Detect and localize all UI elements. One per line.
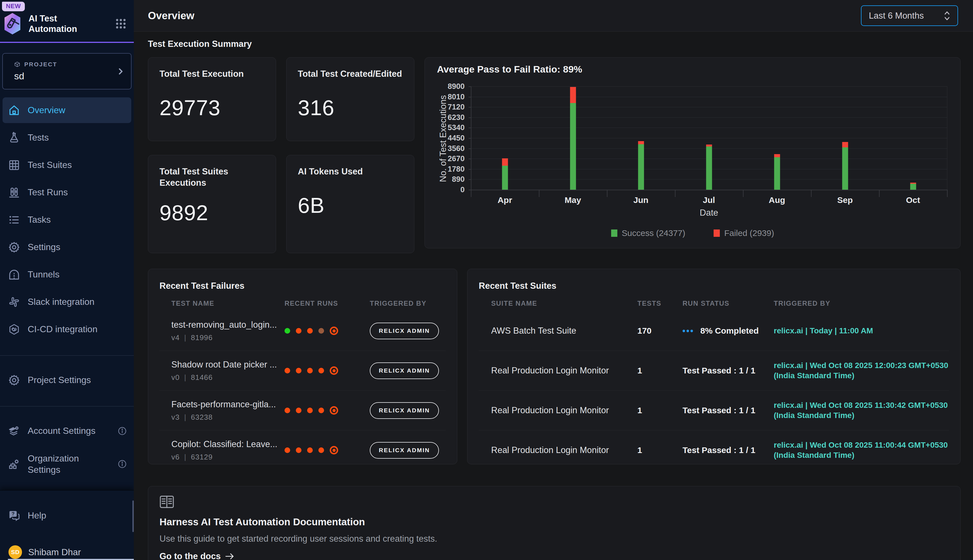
- failures-title: Recent Test Failures: [148, 269, 457, 291]
- suite-row[interactable]: AWS Batch Test Suite1708% Completedrelic…: [467, 311, 960, 350]
- run-status-ring-icon[interactable]: [330, 446, 338, 455]
- failure-row[interactable]: Shadow root Date picker ...v0|81466RELIC…: [148, 351, 457, 390]
- run-status-text: Test Passed : 1 / 1: [683, 406, 755, 415]
- grid-icon: [8, 159, 20, 171]
- column-header: TEST NAME: [172, 300, 285, 307]
- run-status-dot-brown[interactable]: [318, 328, 324, 333]
- sidebar-scrollbar-vertical[interactable]: [132, 500, 134, 532]
- recent-runs-dots: [285, 367, 370, 375]
- relicx-admin-button[interactable]: RELICX ADMIN: [370, 362, 439, 379]
- info-icon[interactable]: [117, 459, 127, 469]
- sidebar-item-help[interactable]: ? Help: [0, 502, 134, 529]
- failure-triggered-cell: RELICX ADMIN: [370, 323, 446, 339]
- new-badge: NEW: [2, 2, 25, 11]
- legend-item[interactable]: Failed (2939): [713, 228, 774, 238]
- relicx-admin-button[interactable]: RELICX ADMIN: [370, 442, 439, 459]
- sidebar-item-slack-integration[interactable]: Slack integration: [0, 288, 134, 315]
- info-icon[interactable]: [117, 426, 127, 436]
- sidebar-divider: [0, 355, 134, 356]
- sidebar-item-label: Settings: [28, 242, 60, 252]
- separator: |: [184, 413, 186, 422]
- cicd-icon: [8, 323, 20, 336]
- column-header: TRIGGERED BY: [370, 300, 446, 307]
- run-status-dot-orange[interactable]: [296, 447, 302, 453]
- suite-name[interactable]: Real Production Login Monitor: [491, 445, 637, 455]
- run-status-dot-orange[interactable]: [307, 368, 313, 373]
- sidebar-item-organization-settings[interactable]: Organization Settings: [0, 445, 134, 483]
- failure-name-cell: Shadow root Date picker ...v0|81466: [172, 360, 285, 382]
- suite-row[interactable]: Real Production Login Monitor1Test Passe…: [467, 391, 960, 430]
- failure-row[interactable]: test-removing_auto_login...v4|81996RELIC…: [148, 311, 457, 350]
- documentation-card: Harness AI Test Automation Documentation…: [148, 486, 961, 560]
- run-status-dot-orange[interactable]: [307, 408, 313, 413]
- go-to-docs-link[interactable]: Go to the docs: [160, 551, 949, 560]
- run-status-dot-orange[interactable]: [285, 447, 290, 453]
- relicx-admin-button[interactable]: RELICX ADMIN: [370, 402, 439, 419]
- bar-chart: 0890178026703560445053406230712080108900…: [425, 58, 960, 248]
- failure-name-cell: Copilot: Classified: Leave...v6|63129: [172, 439, 285, 462]
- sidebar-item-ci-cd-integration[interactable]: CI-CD integration: [0, 315, 134, 343]
- test-name[interactable]: test-removing_auto_login...: [172, 320, 285, 330]
- suite-row[interactable]: Real Production Login Monitor1Test Passe…: [467, 430, 960, 464]
- x-axis-tick: [743, 190, 743, 197]
- test-name[interactable]: Shadow root Date picker ...: [172, 360, 285, 370]
- run-status-dot-orange[interactable]: [318, 368, 324, 373]
- legend-item[interactable]: Success (24377): [611, 228, 685, 238]
- sidebar-item-tests[interactable]: Tests: [0, 124, 134, 151]
- suite-name[interactable]: Real Production Login Monitor: [491, 405, 637, 415]
- suite-name[interactable]: AWS Batch Test Suite: [491, 326, 637, 336]
- sidebar-item-tunnels[interactable]: Tunnels: [0, 261, 134, 288]
- app-switcher-icon[interactable]: [115, 18, 127, 30]
- test-version: v6: [172, 453, 180, 462]
- run-status-dot-green[interactable]: [285, 328, 290, 333]
- stat-card-title: Total Test Created/Edited: [298, 68, 403, 80]
- sidebar-item-project-settings[interactable]: Project Settings: [0, 367, 134, 394]
- project-label-row: PROJECT: [14, 61, 114, 68]
- run-status-ring-icon[interactable]: [330, 406, 338, 415]
- sidebar-scrollbar-horizontal[interactable]: [8, 559, 134, 560]
- suite-tests-count: 170: [637, 326, 683, 336]
- run-status-ring-icon[interactable]: [330, 327, 338, 335]
- recent-runs-dots: [285, 446, 370, 455]
- run-status-dot-orange[interactable]: [285, 408, 290, 413]
- run-status-dot-orange[interactable]: [296, 368, 302, 373]
- sidebar: NEW AI Test: [0, 0, 134, 560]
- run-status-dot-orange[interactable]: [296, 328, 302, 333]
- failure-row[interactable]: Facets-performance-gitla...v3|63238RELIC…: [148, 391, 457, 430]
- sidebar-item-account-settings[interactable]: Account Settings: [0, 417, 134, 445]
- suite-name[interactable]: Real Production Login Monitor: [491, 365, 637, 376]
- sidebar-item-overview[interactable]: Overview: [0, 97, 134, 124]
- sidebar-item-settings[interactable]: Settings: [0, 233, 134, 261]
- sidebar-item-test-suites[interactable]: Test Suites: [0, 151, 134, 179]
- run-status-dot-orange[interactable]: [307, 447, 313, 453]
- date-range-select[interactable]: Last 6 Months: [861, 5, 958, 26]
- recent-runs-dots: [285, 406, 370, 415]
- run-status-dot-orange[interactable]: [318, 408, 324, 413]
- chart-legend: Success (24377)Failed (2939): [611, 228, 774, 238]
- column-header: TRIGGERED BY: [774, 300, 949, 307]
- user-name: Shibam Dhar: [28, 547, 81, 557]
- relicx-admin-button[interactable]: RELICX ADMIN: [370, 323, 439, 339]
- project-selector[interactable]: PROJECT sd: [2, 53, 132, 90]
- test-name[interactable]: Facets-performance-gitla...: [172, 399, 285, 410]
- run-status-dot-orange[interactable]: [318, 447, 324, 453]
- run-status-ring-icon[interactable]: [330, 367, 338, 375]
- sidebar-item-test-runs[interactable]: Test Runs: [0, 179, 134, 206]
- run-status-dot-orange[interactable]: [307, 328, 313, 333]
- test-name[interactable]: Copilot: Classified: Leave...: [172, 439, 285, 449]
- bar-failed-apr: [502, 158, 508, 166]
- run-status-dot-orange[interactable]: [296, 408, 302, 413]
- x-axis-tick-label: Aug: [769, 195, 785, 205]
- suite-run-status: Test Passed : 1 / 1: [683, 366, 774, 375]
- failure-row[interactable]: Copilot: Classified: Leave...v6|63129REL…: [148, 430, 457, 464]
- page-title: Overview: [148, 10, 195, 22]
- suite-row[interactable]: Real Production Login Monitor1Test Passe…: [467, 351, 960, 390]
- run-status-dot-orange[interactable]: [285, 368, 290, 373]
- failures-table: TEST NAME RECENT RUNS TRIGGERED BY test-…: [148, 300, 457, 464]
- recent-test-suites-panel: Recent Test Suites SUITE NAME TESTS RUN …: [467, 269, 961, 464]
- sidebar-item-tasks[interactable]: Tasks: [0, 206, 134, 233]
- app-title: AI Test Automation: [28, 13, 115, 34]
- run-id: 63129: [191, 453, 213, 462]
- run-id: 63238: [191, 413, 213, 422]
- user-menu[interactable]: SD Shibam Dhar: [0, 529, 134, 560]
